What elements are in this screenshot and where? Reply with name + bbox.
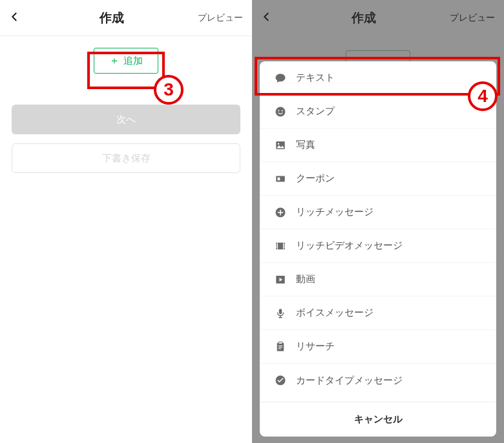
menu-item-smile[interactable]: スタンプ bbox=[260, 95, 496, 129]
card-icon bbox=[274, 374, 287, 387]
menu-item-chat[interactable]: テキスト bbox=[260, 61, 496, 95]
clipboard-icon bbox=[274, 340, 287, 353]
menu-item-label: リッチビデオメッセージ bbox=[296, 240, 403, 252]
film-icon bbox=[274, 240, 287, 252]
left-screenshot: 作成 プレビュー ＋ 追加 次へ 下書き保存 3 bbox=[0, 0, 252, 443]
menu-item-label: スタンプ bbox=[296, 105, 335, 118]
menu-item-play[interactable]: 動画 bbox=[260, 263, 496, 296]
back-icon[interactable] bbox=[9, 10, 26, 26]
chat-icon bbox=[274, 72, 287, 85]
image-icon bbox=[274, 139, 287, 152]
menu-item-label: テキスト bbox=[296, 72, 335, 84]
menu-item-label: リッチメッセージ bbox=[296, 206, 373, 218]
menu-list: テキストスタンプ写真クーポンリッチメッセージリッチビデオメッセージ動画ボイスメッ… bbox=[260, 61, 496, 402]
svg-point-4 bbox=[278, 143, 279, 144]
cancel-button[interactable]: キャンセル bbox=[260, 402, 496, 437]
svg-rect-6 bbox=[278, 177, 280, 180]
smile-icon bbox=[274, 105, 287, 118]
menu-item-label: リサーチ bbox=[296, 340, 335, 353]
svg-point-0 bbox=[276, 107, 286, 116]
menu-item-ticket[interactable]: クーポン bbox=[260, 162, 496, 196]
svg-rect-13 bbox=[278, 342, 282, 344]
menu-item-image[interactable]: 写真 bbox=[260, 129, 496, 162]
header: 作成 プレビュー bbox=[0, 0, 252, 36]
menu-item-clipboard[interactable]: リサーチ bbox=[260, 330, 496, 364]
menu-item-plus-circle[interactable]: リッチメッセージ bbox=[260, 196, 496, 229]
svg-rect-5 bbox=[276, 176, 285, 181]
menu-item-mic[interactable]: ボイスメッセージ bbox=[260, 296, 496, 330]
ticket-icon bbox=[274, 172, 287, 185]
plus-icon: ＋ bbox=[109, 54, 120, 68]
menu-item-label: クーポン bbox=[296, 172, 335, 185]
menu-item-film[interactable]: リッチビデオメッセージ bbox=[260, 229, 496, 263]
next-button[interactable]: 次へ bbox=[12, 105, 240, 134]
add-menu-sheet: テキストスタンプ写真クーポンリッチメッセージリッチビデオメッセージ動画ボイスメッ… bbox=[260, 61, 496, 437]
play-icon bbox=[274, 273, 287, 286]
mic-icon bbox=[274, 307, 287, 320]
svg-rect-11 bbox=[279, 309, 282, 314]
menu-item-card[interactable]: カードタイプメッセージ bbox=[260, 364, 496, 397]
save-draft-button[interactable]: 下書き保存 bbox=[12, 143, 240, 173]
menu-item-label: 写真 bbox=[296, 139, 315, 151]
svg-point-1 bbox=[278, 110, 279, 111]
preview-link[interactable]: プレビュー bbox=[198, 12, 243, 24]
svg-point-2 bbox=[282, 110, 283, 111]
menu-item-label: 動画 bbox=[296, 273, 315, 285]
menu-item-label: カードタイプメッセージ bbox=[296, 375, 403, 387]
add-button[interactable]: ＋ 追加 bbox=[94, 48, 158, 74]
page-title: 作成 bbox=[26, 10, 198, 26]
add-button-label: 追加 bbox=[123, 55, 143, 67]
menu-item-label: ボイスメッセージ bbox=[296, 307, 373, 319]
right-screenshot: 作成 プレビュー テキストスタンプ写真クーポンリッチメッセージリッチビデオメッセ… bbox=[252, 0, 504, 443]
plus-circle-icon bbox=[274, 206, 287, 219]
